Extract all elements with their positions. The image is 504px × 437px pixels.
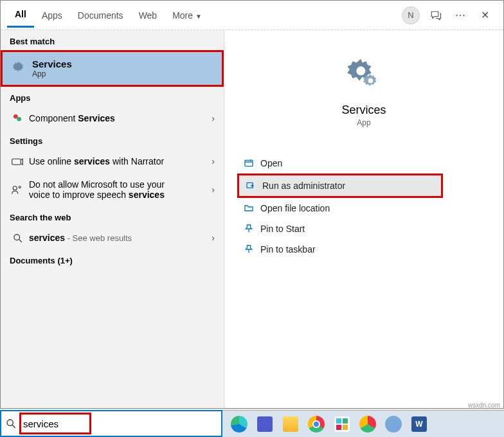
taskbar-teams-icon[interactable] (254, 413, 276, 435)
speech-icon (10, 184, 25, 195)
search-box[interactable] (0, 410, 222, 437)
svg-point-6 (14, 234, 19, 240)
apps-section-label: Apps (1, 87, 224, 107)
svg-rect-3 (12, 159, 21, 165)
taskbar-edge-icon[interactable] (228, 413, 250, 435)
chevron-right-icon: › (212, 184, 215, 195)
services-app-icon (12, 60, 26, 77)
chevron-right-icon: › (212, 233, 215, 243)
svg-point-1 (14, 114, 18, 119)
close-icon[interactable]: ✕ (475, 6, 494, 25)
taskbar-slack-icon[interactable] (331, 413, 353, 435)
action-label: Pin to taskbar (260, 244, 316, 254)
pin-taskbar-icon (244, 244, 260, 254)
result-label: Component Services (29, 113, 212, 123)
tab-more[interactable]: More▼ (165, 4, 210, 27)
result-web-search[interactable]: services - See web results › (1, 226, 224, 249)
action-pin-to-taskbar[interactable]: Pin to taskbar (237, 239, 491, 260)
search-input[interactable] (21, 411, 221, 436)
details-title: Services (237, 103, 491, 117)
result-component-services[interactable]: Component Services › (1, 107, 224, 130)
open-icon (244, 158, 260, 168)
svg-point-5 (19, 186, 21, 188)
svg-point-9 (368, 78, 374, 84)
action-open-file-location[interactable]: Open file location (237, 198, 491, 219)
svg-point-8 (356, 66, 365, 75)
svg-point-2 (17, 117, 21, 121)
svg-rect-10 (245, 160, 253, 166)
taskbar-app-icon[interactable] (382, 413, 404, 435)
best-match-subtitle: App (32, 69, 72, 78)
best-match-title: Services (32, 58, 72, 69)
folder-icon (244, 203, 260, 213)
feedback-icon[interactable] (426, 6, 446, 25)
action-open[interactable]: Open (237, 153, 491, 174)
best-match-item[interactable]: Services App (1, 50, 224, 87)
component-services-icon (10, 113, 25, 123)
chevron-down-icon: ▼ (195, 13, 202, 20)
action-label: Open (260, 158, 282, 168)
result-label: Use online services with Narrator (29, 156, 212, 166)
chevron-right-icon: › (212, 156, 215, 166)
action-pin-to-start[interactable]: Pin to Start (237, 219, 491, 239)
best-match-label: Best match (1, 30, 224, 50)
action-run-as-administrator[interactable]: Run as administrator (237, 174, 443, 198)
tab-apps[interactable]: Apps (34, 4, 70, 27)
tab-web[interactable]: Web (131, 4, 165, 27)
search-web-label: Search the web (1, 206, 224, 226)
admin-icon (246, 181, 262, 191)
search-icon (10, 233, 25, 243)
more-options-icon[interactable]: ⋯ (451, 6, 470, 25)
search-icon (1, 418, 21, 429)
details-subtitle: App (237, 118, 491, 127)
tab-all[interactable]: All (7, 3, 34, 28)
taskbar-word-icon[interactable]: W (408, 413, 430, 435)
action-label: Open file location (260, 203, 330, 213)
taskbar-explorer-icon[interactable] (280, 413, 302, 435)
action-label: Pin to Start (260, 224, 305, 234)
result-speech-services[interactable]: Do not allow Microsoft to use your voice… (1, 173, 224, 206)
settings-section-label: Settings (1, 130, 224, 150)
action-label: Run as administrator (262, 181, 345, 191)
chevron-right-icon: › (212, 113, 215, 123)
pin-start-icon (244, 224, 260, 234)
results-panel: Best match Services App Apps Component S… (1, 30, 224, 408)
result-label: Do not allow Microsoft to use your voice… (29, 179, 212, 200)
result-narrator-services[interactable]: Use online services with Narrator › (1, 150, 224, 173)
search-filter-tabs: All Apps Documents Web More▼ N ⋯ ✕ (1, 1, 503, 30)
details-panel: Services App Open Run as administrator O… (224, 30, 503, 408)
tab-documents[interactable]: Documents (70, 4, 131, 27)
svg-point-4 (13, 186, 17, 190)
svg-line-7 (19, 239, 21, 242)
taskbar-chrome-canary-icon[interactable] (357, 413, 379, 435)
user-avatar[interactable]: N (402, 6, 420, 24)
result-label: services - See web results (29, 233, 212, 243)
documents-section-label: Documents (1+) (1, 249, 224, 269)
services-hero-icon (237, 56, 491, 94)
taskbar-chrome-icon[interactable] (305, 413, 327, 435)
svg-line-13 (12, 425, 15, 428)
svg-point-12 (7, 420, 13, 425)
narrator-icon (10, 157, 25, 166)
watermark: wsxdn.com (468, 402, 500, 409)
